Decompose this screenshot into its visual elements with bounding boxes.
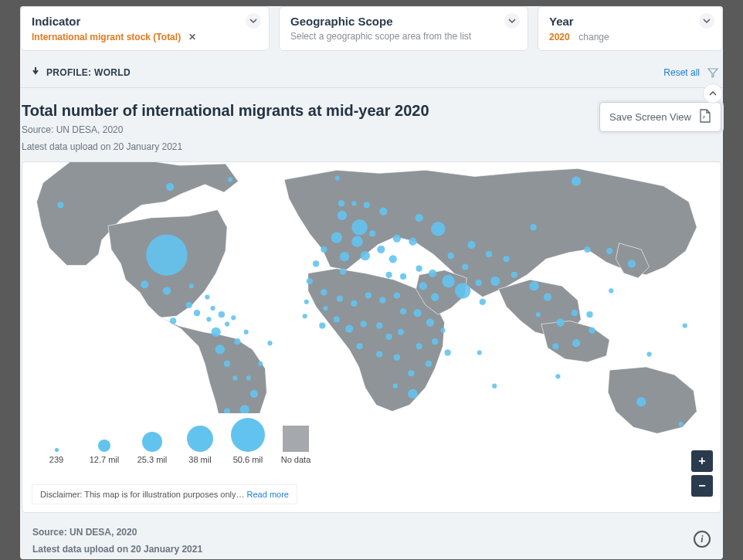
map-bubble[interactable] [351,236,362,247]
map-bubble[interactable] [379,297,385,304]
map-bubble[interactable] [307,278,313,284]
map-bubble[interactable] [445,349,451,355]
map-bubble[interactable] [304,300,309,304]
chevron-down-icon[interactable] [246,13,261,29]
map-bubble[interactable] [606,248,612,254]
map-bubble[interactable] [555,374,560,378]
chevron-down-icon[interactable] [699,13,714,29]
map-bubble[interactable] [57,202,63,208]
map-bubble[interactable] [679,422,684,426]
map-bubble[interactable] [530,224,536,230]
map-bubble[interactable] [431,293,439,300]
map-bubble[interactable] [331,232,342,243]
map-bubble[interactable] [234,338,240,344]
map-bubble[interactable] [376,351,382,357]
map-bubble[interactable] [340,269,346,275]
year-filter[interactable]: Year 2020 change [538,6,723,51]
map-bubble[interactable] [448,253,454,259]
zoom-in-button[interactable]: + [691,450,713,472]
map-bubble[interactable] [321,289,327,295]
map-bubble[interactable] [556,318,564,326]
map-bubble[interactable] [146,234,187,275]
map-bubble[interactable] [205,295,209,300]
map-bubble[interactable] [258,361,263,366]
map-bubble[interactable] [529,281,538,290]
map-bubble[interactable] [584,246,590,253]
map-bubble[interactable] [232,375,237,380]
close-icon[interactable]: ✕ [187,32,198,42]
map-bubble[interactable] [244,330,249,334]
map-bubble[interactable] [492,384,497,389]
map-bubble[interactable] [431,222,445,236]
map-bubble[interactable] [416,266,422,272]
map-bubble[interactable] [246,375,251,380]
map-bubble[interactable] [628,260,636,267]
map-bubble[interactable] [442,275,454,287]
map-bubble[interactable] [426,361,432,367]
map-bubble[interactable] [225,321,229,326]
map-bubble[interactable] [219,311,225,317]
map-bubble[interactable] [552,343,558,349]
map-bubble[interactable] [646,352,651,357]
map-bubble[interactable] [572,310,578,316]
map-bubble[interactable] [480,299,486,305]
map-bubble[interactable] [369,230,375,236]
map-bubble[interactable] [228,178,232,182]
map-bubble[interactable] [206,317,211,321]
map-bubble[interactable] [419,282,427,290]
map-bubble[interactable] [394,292,400,298]
map-bubble[interactable] [572,339,580,347]
map-bubble[interactable] [467,241,475,249]
map-bubble[interactable] [334,316,340,322]
map-bubble[interactable] [586,311,592,317]
map-bubble[interactable] [345,325,353,333]
map-bubble[interactable] [338,211,347,220]
map-bubble[interactable] [511,272,517,278]
map-bubble[interactable] [400,308,406,314]
map-bubble[interactable] [337,296,343,302]
map-bubble[interactable] [486,251,492,257]
map-bubble[interactable] [589,328,595,334]
map-bubble[interactable] [356,343,362,349]
reset-all-link[interactable]: Reset all [663,67,700,78]
map-bubble[interactable] [351,201,356,205]
map-bubble[interactable] [429,270,436,277]
collapse-panel-button[interactable] [703,83,723,104]
map-bubble[interactable] [303,314,307,318]
save-screen-view-button[interactable]: Save Screen View P [599,102,721,132]
map-bubble[interactable] [609,288,613,293]
map-bubble[interactable] [166,183,174,191]
world-map[interactable]: 23912.7 mil25.3 mil38 mil50.6 milNo data… [22,161,721,513]
map-bubble[interactable] [385,334,392,340]
map-bubble[interactable] [351,219,368,236]
map-bubble[interactable] [215,344,225,354]
map-bubble[interactable] [408,370,414,376]
map-bubble[interactable] [477,350,482,355]
map-bubble[interactable] [393,384,398,389]
map-bubble[interactable] [211,328,220,337]
map-bubble[interactable] [476,280,482,286]
map-bubble[interactable] [400,273,406,280]
map-bubble[interactable] [398,329,404,335]
map-bubble[interactable] [413,309,421,317]
map-bubble[interactable] [313,260,319,266]
map-bubble[interactable] [186,302,192,308]
map-bubble[interactable] [210,306,215,311]
filter-icon[interactable] [706,66,720,80]
map-bubble[interactable] [231,315,236,320]
zoom-out-button[interactable]: − [691,475,713,497]
map-bubble[interactable] [432,338,438,344]
profile-world-button[interactable]: PROFILE: WORLD [23,63,138,81]
map-bubble[interactable] [163,287,171,294]
info-icon[interactable]: i [694,531,711,548]
map-bubble[interactable] [455,283,471,299]
geographic-scope-filter[interactable]: Geographic Scope Select a geographic sco… [279,6,528,51]
map-bubble[interactable] [323,306,327,311]
map-bubble[interactable] [409,238,416,246]
map-bubble[interactable] [224,361,230,367]
map-bubble[interactable] [170,317,176,324]
map-bubble[interactable] [321,246,327,253]
disclaimer-read-more[interactable]: Read more [247,490,289,499]
map-bubble[interactable] [416,343,422,349]
map-bubble[interactable] [250,390,258,398]
